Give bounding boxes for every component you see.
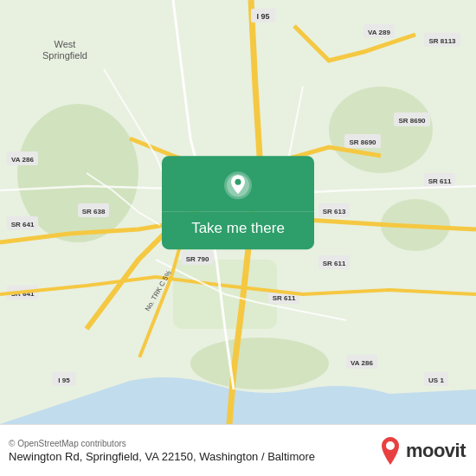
map-container: I 95 VA 289 SR 8113 SR 8690 SR 8690 SR 6… <box>0 0 476 424</box>
copyright-text: © OpenStreetMap contributors <box>9 439 378 448</box>
location-pin-area <box>162 156 314 211</box>
svg-text:I 95: I 95 <box>256 12 269 21</box>
svg-text:Springfield: Springfield <box>42 50 87 61</box>
svg-point-5 <box>190 338 329 389</box>
svg-text:US 1: US 1 <box>428 376 444 384</box>
svg-text:SR 611: SR 611 <box>428 177 452 185</box>
svg-text:VA 286: VA 286 <box>11 156 34 164</box>
svg-text:VA 286: VA 286 <box>351 359 373 367</box>
svg-text:I 95: I 95 <box>58 376 70 384</box>
button-overlay: Take me there <box>162 156 314 249</box>
svg-text:VA 289: VA 289 <box>368 29 390 36</box>
svg-text:SR 638: SR 638 <box>82 208 106 215</box>
moovit-logo: moovit <box>378 435 466 466</box>
moovit-pin-icon <box>378 435 402 466</box>
svg-text:SR 8690: SR 8690 <box>349 138 376 146</box>
svg-text:SR 8113: SR 8113 <box>428 37 456 45</box>
svg-text:SR 8690: SR 8690 <box>398 117 426 125</box>
svg-text:SR 613: SR 613 <box>323 208 346 215</box>
svg-text:SR 611: SR 611 <box>323 260 346 267</box>
moovit-brand-text: moovit <box>406 440 466 462</box>
address-area: © OpenStreetMap contributors Newington R… <box>9 439 378 463</box>
bottom-bar: © OpenStreetMap contributors Newington R… <box>0 424 476 476</box>
location-pin-icon <box>222 170 254 201</box>
svg-point-46 <box>386 441 395 450</box>
svg-text:SR 611: SR 611 <box>273 294 296 302</box>
svg-point-2 <box>329 87 433 173</box>
svg-point-45 <box>235 179 241 185</box>
address-text: Newington Rd, Springfield, VA 22150, Was… <box>9 450 378 463</box>
take-me-there-button[interactable]: Take me there <box>162 211 314 249</box>
svg-text:SR 641: SR 641 <box>11 221 35 228</box>
svg-text:SR 790: SR 790 <box>186 255 209 263</box>
svg-text:West: West <box>55 39 76 49</box>
